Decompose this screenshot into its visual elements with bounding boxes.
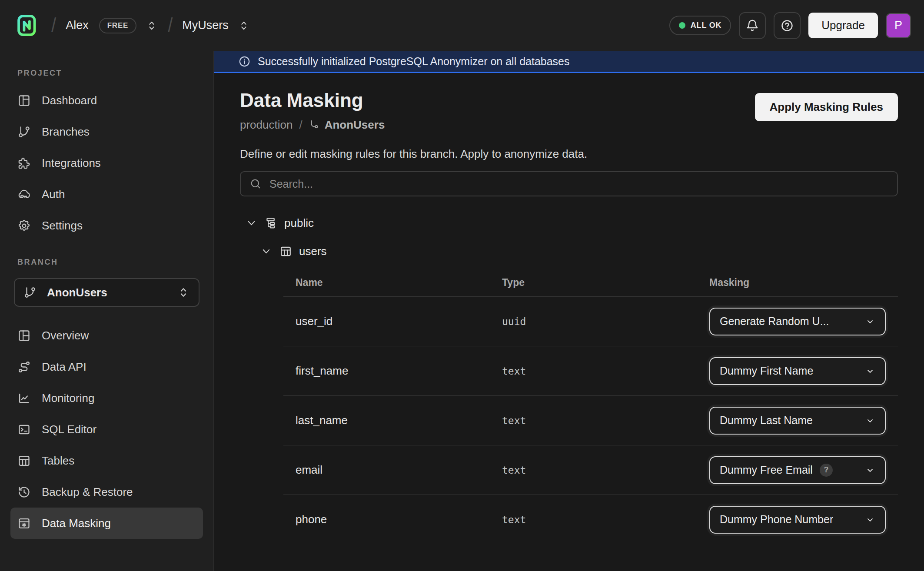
- sidebar-item-label: Integrations: [42, 156, 101, 170]
- chevron-down-icon: [865, 316, 875, 327]
- breadcrumb-current-label: AnonUsers: [325, 118, 385, 132]
- masking-rule-value: Dummy Last Name: [720, 414, 813, 427]
- org-switcher-chevrons-icon[interactable]: [145, 19, 158, 32]
- breadcrumb-current: AnonUsers: [309, 118, 385, 132]
- sidebar-item-settings[interactable]: Settings: [10, 210, 203, 241]
- tree-node-schema[interactable]: public: [240, 216, 898, 230]
- sidebar-item-label: Auth: [42, 188, 65, 201]
- tree-node-table[interactable]: users: [240, 245, 898, 258]
- banner-message: Successfully initialized PostgreSQL Anon…: [258, 55, 570, 68]
- masking-rule-value: Dummy Phone Number: [720, 513, 833, 526]
- column-name: last_name: [283, 414, 490, 427]
- sidebar-item-branches[interactable]: Branches: [10, 116, 203, 147]
- question-circle-icon: [780, 19, 794, 33]
- column-type: text: [490, 514, 697, 525]
- sidebar-item-label: Tables: [42, 454, 74, 468]
- status-pill[interactable]: ALL OK: [669, 16, 731, 35]
- project-switcher-chevrons-icon[interactable]: [237, 19, 250, 32]
- apply-masking-rules-button[interactable]: Apply Masking Rules: [755, 93, 898, 121]
- user-avatar[interactable]: P: [886, 13, 911, 38]
- column-name: first_name: [283, 364, 490, 378]
- puzzle-icon: [17, 156, 31, 170]
- column-type: text: [490, 365, 697, 377]
- sidebar-item-overview[interactable]: Overview: [10, 320, 203, 351]
- breadcrumb-parent[interactable]: production: [240, 118, 292, 132]
- sidebar-item-integrations[interactable]: Integrations: [10, 147, 203, 179]
- masking-rule-value: Dummy Free Email: [720, 464, 813, 476]
- org-name[interactable]: Alex: [66, 19, 89, 32]
- masking-rule-value: Generate Random U...: [720, 315, 829, 328]
- column-type: uuid: [490, 316, 697, 327]
- sidebar-item-label: Dashboard: [42, 94, 97, 107]
- breadcrumb: production / AnonUsers: [240, 118, 385, 132]
- branch-selector-value: AnonUsers: [47, 286, 107, 299]
- search-input[interactable]: [269, 177, 888, 191]
- header-type: Type: [490, 277, 697, 289]
- child-branch-icon: [309, 119, 321, 131]
- chevron-down-icon: [245, 217, 258, 229]
- table-row: phone text Dummy Phone Number: [283, 495, 898, 544]
- chevron-down-icon: [260, 245, 273, 258]
- schema-name: public: [284, 216, 314, 230]
- chevron-down-icon: [865, 515, 875, 525]
- chevron-down-icon: [865, 465, 875, 475]
- schema-icon: [265, 217, 277, 229]
- overview-icon: [17, 329, 31, 342]
- success-banner: Successfully initialized PostgreSQL Anon…: [214, 51, 924, 73]
- masking-rule-select[interactable]: Dummy First Name: [709, 357, 886, 385]
- sidebar-section-project: PROJECT: [10, 63, 203, 85]
- git-branch-icon: [23, 286, 37, 299]
- table-row: user_id uuid Generate Random U...: [283, 296, 898, 346]
- chevron-down-icon: [865, 415, 875, 426]
- sidebar-item-monitoring[interactable]: Monitoring: [10, 382, 203, 414]
- upgrade-button[interactable]: Upgrade: [808, 13, 878, 38]
- table-header-row: Name Type Masking: [283, 269, 898, 296]
- plan-badge: FREE: [99, 18, 137, 33]
- sidebar-item-label: Data Masking: [42, 517, 111, 530]
- sidebar-section-branch: BRANCH: [10, 252, 203, 274]
- info-icon: [238, 55, 251, 68]
- sidebar-item-data-api[interactable]: Data API: [10, 351, 203, 382]
- sidebar-item-label: Settings: [42, 219, 83, 232]
- mask-window-icon: [17, 517, 31, 530]
- status-dot: [679, 22, 685, 29]
- masking-rule-select[interactable]: Dummy Phone Number: [709, 506, 886, 534]
- project-name[interactable]: MyUsers: [182, 19, 229, 32]
- branch-selector-chevrons-icon: [177, 286, 190, 299]
- column-name: email: [283, 463, 490, 477]
- table-row: last_name text Dummy Last Name: [283, 395, 898, 445]
- sidebar-item-sql-editor[interactable]: SQL Editor: [10, 414, 203, 445]
- columns-table: Name Type Masking user_id uuid Generate …: [283, 269, 898, 544]
- sidebar-item-auth[interactable]: Auth: [10, 179, 203, 210]
- top-bar: / Alex FREE / MyUsers ALL OK Upgrade P: [0, 0, 924, 51]
- help-button[interactable]: [774, 12, 801, 39]
- column-name: phone: [283, 513, 490, 526]
- notifications-button[interactable]: [739, 12, 766, 39]
- column-name: user_id: [283, 315, 490, 328]
- table-row: email text Dummy Free Email ?: [283, 445, 898, 495]
- gear-icon: [17, 219, 31, 232]
- sidebar-item-backup-restore[interactable]: Backup & Restore: [10, 476, 203, 508]
- sidebar-item-dashboard[interactable]: Dashboard: [10, 85, 203, 116]
- sidebar-item-data-masking[interactable]: Data Masking: [10, 508, 203, 539]
- masking-rule-select[interactable]: Generate Random U...: [709, 308, 886, 335]
- dashboard-icon: [17, 94, 31, 107]
- column-type: text: [490, 415, 697, 426]
- header-masking: Masking: [697, 277, 898, 289]
- header-divider-slash: /: [50, 14, 57, 37]
- neon-logo[interactable]: [13, 11, 42, 40]
- masking-rule-value: Dummy First Name: [720, 365, 813, 377]
- header-name: Name: [283, 277, 490, 289]
- help-badge[interactable]: ?: [820, 464, 833, 477]
- header-divider-slash: /: [167, 14, 173, 37]
- table-icon: [279, 245, 292, 258]
- search-icon: [249, 178, 262, 190]
- masking-rule-select[interactable]: Dummy Free Email ?: [709, 456, 886, 484]
- branch-selector[interactable]: AnonUsers: [14, 278, 199, 307]
- masking-rule-select[interactable]: Dummy Last Name: [709, 407, 886, 435]
- chevron-down-icon: [865, 366, 875, 376]
- sidebar-item-tables[interactable]: Tables: [10, 445, 203, 476]
- sidebar-item-label: Data API: [42, 360, 86, 374]
- sidebar-item-label: Overview: [42, 329, 89, 342]
- topbar-actions: ALL OK Upgrade P: [669, 12, 911, 39]
